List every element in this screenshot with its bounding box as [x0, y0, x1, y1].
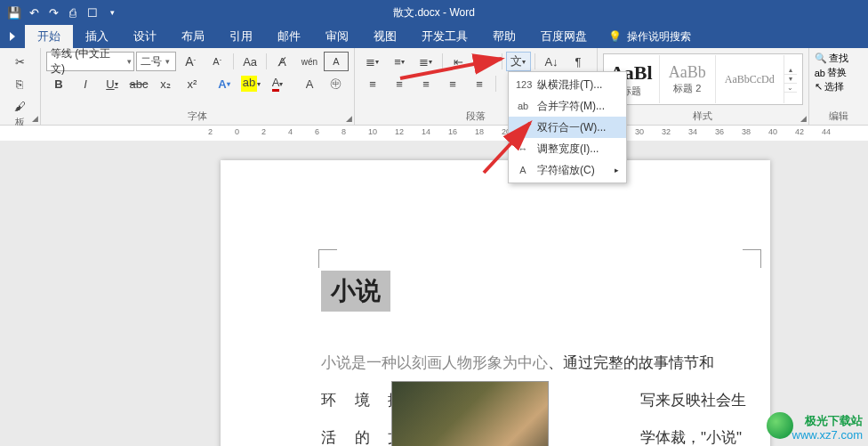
dialog-launcher-icon[interactable]: ◢	[346, 114, 352, 123]
bullets-button[interactable]: ≣▾	[360, 52, 385, 71]
ruler-mark: 16	[448, 127, 457, 136]
page: 小说 小说是一种以刻画人物形象为中心、通过完整的故事情节和 环 境 描 写来反映…	[221, 160, 770, 446]
group-clipboard: ✂ ⎘ 🖌 板 ◢	[0, 48, 41, 125]
undo-icon[interactable]: ↶	[25, 4, 43, 21]
ruler-mark: 14	[422, 127, 430, 136]
style-item-normal[interactable]: AaBbCcDd	[716, 55, 784, 103]
sort-button[interactable]: A↓	[539, 52, 564, 71]
superscript-button[interactable]: x²	[180, 74, 205, 93]
char-shading-button[interactable]: A	[297, 74, 322, 93]
save-icon[interactable]: 💾	[5, 4, 23, 21]
ruler-mark: 10	[368, 127, 377, 136]
tab-layout[interactable]: 布局	[169, 25, 217, 48]
clear-format-button[interactable]: A̸	[270, 52, 295, 71]
menu-item-vertical-horizontal[interactable]: 123纵横混排(T)...	[509, 74, 626, 95]
tab-baidu[interactable]: 百度网盘	[528, 25, 599, 48]
ruler-mark: 38	[742, 127, 751, 136]
menu-item-fit-width[interactable]: ↔调整宽度(I)...	[509, 138, 626, 159]
tab-developer[interactable]: 开发工具	[409, 25, 480, 48]
tab-view[interactable]: 视图	[361, 25, 409, 48]
file-tab[interactable]	[0, 25, 25, 48]
inline-image[interactable]	[391, 381, 549, 446]
tell-me[interactable]: 💡 操作说明搜索	[599, 25, 700, 48]
selected-heading[interactable]: 小说	[321, 271, 390, 312]
tab-references[interactable]: 引用	[217, 25, 265, 48]
tab-home[interactable]: 开始	[25, 25, 73, 48]
menu-label: 纵横混排(T)...	[537, 77, 602, 93]
watermark-line1: 极光下载站	[792, 414, 863, 428]
margin-corner	[318, 249, 337, 268]
tell-me-label: 操作说明搜索	[627, 29, 691, 45]
char-border-button[interactable]: A	[324, 52, 349, 71]
select-button[interactable]: ↖选择	[815, 80, 863, 93]
bold-button[interactable]: B	[46, 74, 71, 93]
ruler-mark: 34	[688, 127, 697, 136]
group-editing: 🔍查找 ab替换 ↖选择 编辑	[809, 48, 868, 125]
dialog-launcher-icon[interactable]: ◢	[32, 114, 38, 123]
ruler-mark: 2	[261, 127, 266, 136]
font-size-combo[interactable]: 二号▾	[136, 52, 176, 71]
ruler-mark: 6	[315, 127, 319, 136]
numbering-button[interactable]: ≡▾	[387, 52, 412, 71]
highlight-button[interactable]: ab▾	[238, 74, 263, 93]
tab-design[interactable]: 设计	[121, 25, 169, 48]
menu-label: 双行合一(W)...	[537, 120, 606, 135]
change-case-button[interactable]: Aa	[237, 52, 262, 71]
separator	[266, 53, 267, 69]
shrink-font-button[interactable]: Aˇ	[205, 52, 229, 71]
tab-mailings[interactable]: 邮件	[265, 25, 313, 48]
font-size-value: 二号	[141, 54, 162, 69]
subscript-button[interactable]: x₂	[153, 74, 178, 93]
doc-line[interactable]: 小说是一种以刻画人物形象为中心、通过完整的故事情节和	[321, 347, 714, 379]
text-direction-button[interactable]: 文▾	[506, 52, 531, 71]
text-effects-button[interactable]: A▾	[212, 74, 237, 93]
italic-button[interactable]: I	[73, 74, 98, 93]
tab-insert[interactable]: 插入	[73, 25, 121, 48]
style-scroll[interactable]: ▴▾⌄	[784, 66, 797, 93]
phonetic-guide-button[interactable]: wén	[297, 52, 322, 71]
style-preview: AaBb	[669, 63, 706, 82]
tab-review[interactable]: 审阅	[313, 25, 361, 48]
chevron-down-icon: ▾	[165, 57, 170, 66]
tab-help[interactable]: 帮助	[480, 25, 528, 48]
menu-item-combine-chars[interactable]: ab合并字符(M)...	[509, 95, 626, 117]
dialog-launcher-icon[interactable]: ◢	[800, 114, 807, 123]
enclose-char-button[interactable]: ㊥	[324, 74, 349, 93]
ruler-mark: 12	[395, 127, 404, 136]
dec-indent-button[interactable]: ⇤	[446, 52, 471, 71]
qat-more-icon[interactable]: ▾	[103, 4, 121, 21]
align-left-button[interactable]: ≡	[360, 74, 385, 93]
underline-button[interactable]: U▾	[100, 74, 125, 93]
ruler-mark: 42	[795, 127, 804, 136]
show-marks-button[interactable]: ¶	[566, 52, 591, 71]
menu-item-char-scale[interactable]: A字符缩放(C)▸	[509, 159, 626, 181]
copy-button[interactable]: ⎘	[5, 74, 35, 93]
distribute-button[interactable]: ≡	[467, 74, 492, 93]
align-center-button[interactable]: ≡	[387, 74, 412, 93]
justify-button[interactable]: ≡	[440, 74, 465, 93]
multilevel-button[interactable]: ≣▾	[414, 52, 438, 71]
redo-icon[interactable]: ↷	[44, 4, 62, 21]
chevron-down-icon: ▾	[127, 57, 132, 66]
font-color-button[interactable]: A▾	[265, 74, 290, 93]
qat-icon[interactable]: ☐	[84, 4, 101, 21]
inc-indent-button[interactable]: ⇥	[473, 52, 498, 71]
replace-icon: ab	[815, 68, 825, 78]
replace-button[interactable]: ab替换	[815, 66, 863, 79]
font-family-combo[interactable]: 等线 (中文正文)▾	[46, 52, 134, 71]
find-button[interactable]: 🔍查找	[815, 52, 863, 65]
ruler-mark: 44	[822, 127, 831, 136]
strike-button[interactable]: abc	[126, 74, 151, 93]
cut-button[interactable]: ✂	[5, 52, 35, 71]
doc-line[interactable]: 写来反映社会生	[640, 385, 746, 417]
grow-font-button[interactable]: Aˆ	[178, 52, 203, 71]
styles-gallery[interactable]: AaBl 标题 AaBb 标题 2 AaBbCcDd ▴▾⌄	[603, 53, 803, 105]
style-item-h2[interactable]: AaBb 标题 2	[660, 55, 716, 103]
menu-icon: ab	[516, 101, 530, 111]
align-right-button[interactable]: ≡	[414, 74, 438, 93]
doc-line[interactable]: 学体裁，"小说"	[640, 422, 742, 446]
format-painter-button[interactable]: 🖌	[5, 96, 35, 116]
menu-item-two-lines-in-one[interactable]: 双行合一(W)...	[509, 117, 626, 138]
document-area[interactable]: 小说 小说是一种以刻画人物形象为中心、通过完整的故事情节和 环 境 描 写来反映…	[0, 141, 868, 446]
qat-icon[interactable]: ⎙	[64, 4, 82, 21]
